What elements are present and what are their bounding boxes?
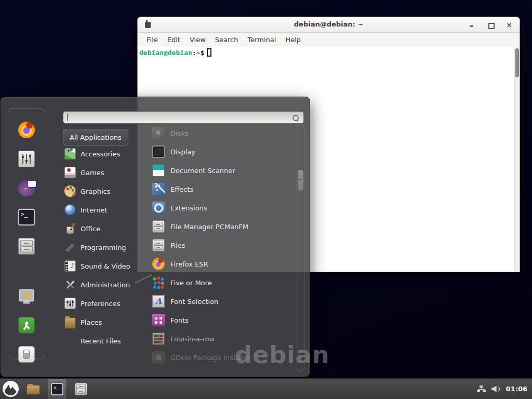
app-label: Effects — [170, 185, 193, 193]
category-office[interactable]: Office — [63, 219, 139, 238]
terminal-icon — [51, 383, 63, 395]
app-gdebi-package-installer[interactable]: GDebi Package Installer — [138, 348, 296, 367]
games-icon — [64, 167, 76, 178]
control-center-icon — [18, 151, 35, 167]
graphics-icon — [64, 185, 76, 197]
app-five-or-more[interactable]: Five or More — [138, 273, 296, 292]
taskbar-button-terminal[interactable] — [48, 379, 66, 399]
logout-favorite-button[interactable] — [17, 316, 36, 335]
app-display[interactable]: Display — [138, 142, 296, 161]
category-label: Games — [81, 169, 104, 177]
cabinet-icon — [18, 238, 35, 255]
font-selection-icon — [152, 295, 165, 308]
application-list: DisksDisplayDocument ScannerEffectsExten… — [138, 124, 296, 372]
firefox-icon — [152, 258, 165, 270]
app-document-scanner[interactable]: Document Scanner — [138, 161, 296, 180]
category-places[interactable]: Places — [63, 313, 139, 331]
firefox-favorite-button[interactable] — [17, 121, 36, 139]
prompt-user: debian@debian — [139, 49, 192, 57]
app-firefox-esr[interactable]: Firefox ESR — [138, 255, 296, 273]
pidgin-favorite-button[interactable] — [17, 179, 36, 197]
terminal-favorite-button[interactable] — [17, 208, 36, 227]
minimize-button-icon[interactable] — [469, 22, 475, 28]
app-effects[interactable]: Effects — [138, 180, 296, 198]
sound-video-icon — [64, 260, 76, 272]
category-recent-files[interactable]: Recent Files — [63, 331, 139, 350]
category-label: Graphics — [81, 188, 110, 195]
app-label: Five or More — [170, 279, 212, 287]
app-list-scrollbar-thumb[interactable] — [298, 170, 303, 191]
app-disks[interactable]: Disks — [138, 124, 296, 142]
accessories-icon — [64, 148, 76, 159]
app-four-in-a-row[interactable]: Four-in-a-row — [138, 329, 296, 348]
app-extensions[interactable]: Extensions — [138, 198, 296, 217]
category-all-applications[interactable]: All Applications — [63, 129, 128, 145]
control-center-favorite-button[interactable] — [17, 150, 36, 168]
category-graphics[interactable]: Graphics — [63, 182, 139, 201]
terminal-scrollbar[interactable] — [514, 47, 520, 272]
terminal-menu-edit[interactable]: Edit — [163, 34, 185, 46]
favorites-group-2 — [17, 287, 36, 364]
category-games[interactable]: Games — [63, 163, 139, 182]
category-accessories[interactable]: Accessories — [63, 144, 139, 163]
search-input[interactable] — [63, 111, 304, 124]
app-files[interactable]: Files — [138, 236, 296, 255]
category-label: Office — [81, 225, 100, 233]
favorites-panel — [8, 108, 45, 358]
office-icon — [64, 223, 76, 234]
cabinet-icon — [152, 220, 165, 233]
gdebi-icon — [152, 351, 165, 364]
category-sound-video[interactable]: Sound & Video — [63, 257, 139, 275]
desktop: debian@debian: ~ × FileEditViewSearchTer… — [0, 0, 532, 399]
terminal-cursor — [207, 48, 211, 57]
app-fonts[interactable]: Fonts — [138, 311, 296, 329]
category-programming[interactable]: Programming — [63, 238, 139, 257]
category-label: Recent Files — [81, 337, 121, 345]
shutdown-icon — [18, 346, 35, 363]
programming-icon — [64, 242, 76, 253]
terminal-titlebar[interactable]: debian@debian: ~ × — [138, 17, 520, 33]
preferences-icon — [64, 298, 76, 309]
volume-icon[interactable] — [491, 385, 500, 393]
prompt-path: :~$ — [192, 49, 204, 57]
network-icon[interactable] — [477, 385, 486, 392]
close-button-icon[interactable]: × — [506, 22, 512, 28]
system-tray: 01:06 — [477, 385, 532, 393]
terminal-window-title: debian@debian: ~ — [138, 20, 520, 28]
terminal-menu-help[interactable]: Help — [281, 34, 305, 46]
menu-button[interactable] — [3, 381, 19, 397]
shutdown-favorite-button[interactable] — [17, 345, 36, 364]
cabinet-favorite-button[interactable] — [17, 237, 36, 256]
terminal-menu-search[interactable]: Search — [210, 34, 243, 46]
terminal-icon — [18, 209, 35, 225]
category-label: Programming — [81, 244, 126, 251]
taskbar-left — [0, 379, 90, 399]
app-label: Fonts — [170, 316, 189, 324]
taskbar-button-file-manager-folder[interactable] — [24, 379, 43, 399]
display-icon — [152, 145, 165, 158]
category-label: Accessories — [81, 150, 120, 158]
lock-screen-icon — [18, 288, 35, 304]
app-font-selection[interactable]: Font Selection — [138, 292, 296, 311]
category-preferences[interactable]: Preferences — [63, 294, 139, 313]
terminal-menubar: FileEditViewSearchTerminalHelp — [138, 33, 520, 47]
maximize-button-icon[interactable] — [487, 22, 494, 28]
application-menu: All Applications AccessoriesGamesGraphic… — [0, 97, 310, 377]
cabinet-icon — [152, 239, 165, 251]
scanner-icon — [152, 164, 165, 177]
terminal-menu-file[interactable]: File — [142, 34, 163, 46]
search-icon — [292, 114, 299, 121]
app-list-scrollbar[interactable] — [297, 125, 304, 372]
terminal-menu-view[interactable]: View — [185, 34, 210, 46]
terminal-scrollbar-thumb[interactable] — [515, 48, 519, 77]
lock-screen-favorite-button[interactable] — [17, 287, 36, 305]
taskbar: 01:06 — [0, 378, 532, 399]
terminal-menu-terminal[interactable]: Terminal — [243, 34, 281, 46]
five-or-more-icon — [152, 276, 165, 289]
category-administration[interactable]: Administration — [63, 275, 139, 294]
category-internet[interactable]: Internet — [63, 201, 139, 219]
clock[interactable]: 01:06 — [506, 385, 527, 393]
taskbar-button-files-cabinet[interactable] — [72, 379, 90, 399]
app-file-manager-pcmanfm[interactable]: File Manager PCManFM — [138, 217, 296, 236]
places-icon — [64, 317, 76, 329]
